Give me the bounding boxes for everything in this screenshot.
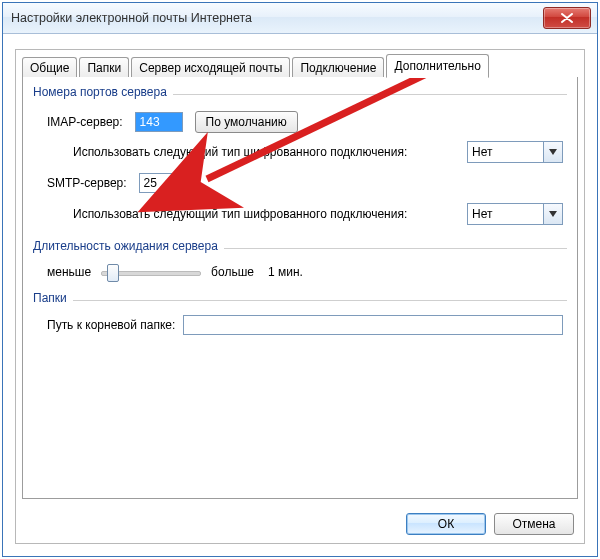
window-close-button[interactable]: [543, 7, 591, 29]
group-legend-ports: Номера портов сервера: [33, 85, 173, 99]
group-divider: [33, 300, 567, 301]
title-bar: Настройки электронной почты Интернета: [3, 3, 597, 34]
button-label: ОК: [438, 517, 454, 531]
tab-label: Дополнительно: [394, 59, 480, 73]
tab-connection[interactable]: Подключение: [292, 57, 384, 78]
defaults-button[interactable]: По умолчанию: [195, 111, 298, 133]
dialog-footer: ОК Отмена: [406, 513, 574, 535]
tab-content-advanced: Номера портов сервера IMAP-сервер: По ум…: [22, 77, 578, 499]
smtp-encryption-combo[interactable]: Нет: [467, 203, 563, 225]
timeout-slider[interactable]: [101, 263, 201, 281]
timeout-less-label: меньше: [47, 265, 91, 279]
button-label: Отмена: [512, 517, 555, 531]
ok-button[interactable]: ОК: [406, 513, 486, 535]
window-title: Настройки электронной почты Интернета: [9, 11, 543, 25]
root-folder-label: Путь к корневой папке:: [47, 318, 175, 332]
dialog-body: Общие Папки Сервер исходящей почты Подкл…: [15, 49, 585, 544]
smtp-encryption-label: Использовать следующий тип шифрованного …: [73, 207, 467, 221]
tab-folders[interactable]: Папки: [79, 57, 129, 78]
button-label: По умолчанию: [206, 115, 287, 129]
group-folders: Папки Путь к корневой папке:: [33, 291, 567, 341]
tab-advanced[interactable]: Дополнительно: [386, 54, 488, 78]
tab-label: Папки: [87, 61, 121, 75]
tab-outgoing[interactable]: Сервер исходящей почты: [131, 57, 290, 78]
group-legend-folders: Папки: [33, 291, 73, 305]
slider-thumb[interactable]: [107, 264, 119, 282]
imap-label: IMAP-сервер:: [47, 115, 123, 129]
dialog-window: Настройки электронной почты Интернета Об…: [2, 2, 598, 557]
group-timeout: Длительность ожидания сервера меньше бол…: [33, 239, 567, 285]
combo-value: Нет: [468, 145, 543, 159]
tab-general[interactable]: Общие: [22, 57, 77, 78]
tab-label: Общие: [30, 61, 69, 75]
close-icon: [561, 13, 573, 23]
tab-strip: Общие Папки Сервер исходящей почты Подкл…: [22, 55, 578, 78]
group-server-ports: Номера портов сервера IMAP-сервер: По ум…: [33, 85, 567, 235]
chevron-down-icon: [543, 204, 562, 224]
smtp-port-input[interactable]: [139, 173, 187, 193]
smtp-label: SMTP-сервер:: [47, 176, 127, 190]
tab-label: Сервер исходящей почты: [139, 61, 282, 75]
timeout-value: 1 мин.: [268, 265, 303, 279]
timeout-more-label: больше: [211, 265, 254, 279]
cancel-button[interactable]: Отмена: [494, 513, 574, 535]
imap-encryption-combo[interactable]: Нет: [467, 141, 563, 163]
tab-label: Подключение: [300, 61, 376, 75]
group-legend-timeout: Длительность ожидания сервера: [33, 239, 224, 253]
root-folder-input[interactable]: [183, 315, 563, 335]
imap-port-input[interactable]: [135, 112, 183, 132]
combo-value: Нет: [468, 207, 543, 221]
imap-encryption-label: Использовать следующий тип шифрованного …: [73, 145, 467, 159]
chevron-down-icon: [543, 142, 562, 162]
